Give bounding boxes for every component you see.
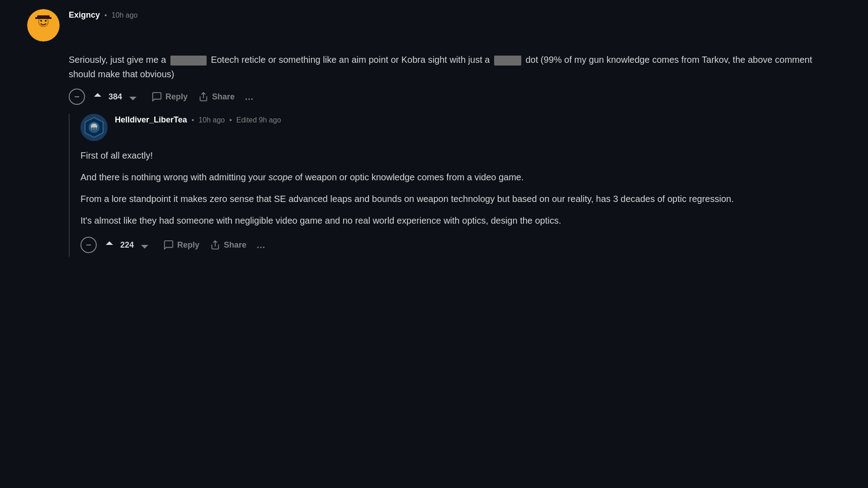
action-bar-2: − 224 [80,237,841,253]
vote-section-1: 384 [90,89,140,104]
comment-thread: Exigncy • 10h ago Seriously, just give m… [0,9,868,257]
comment-2-body: First of all exactly! And there is nothi… [80,148,841,228]
more-button-2[interactable]: … [253,238,269,252]
collapse-icon-1: − [74,92,80,102]
username-helldiver: Helldiver_LiberTea [115,114,187,126]
comment-2-meta: Helldiver_LiberTea • 10h ago • Edited 9h… [115,114,281,130]
comment-2-para-2: And there is nothing wrong with admittin… [80,170,841,184]
more-button-1[interactable]: … [241,90,257,104]
upvote-icon-2 [104,239,115,250]
redacted-block-2 [494,56,521,66]
more-icon-2: … [256,240,265,250]
comment-1-meta: Exigncy • 10h ago [69,9,137,25]
dot-separator-1: • [104,10,107,21]
svg-point-4 [45,20,47,22]
svg-rect-6 [35,17,52,19]
comment-1-body: Seriously, just give me a Eotech reticle… [27,52,818,81]
share-icon-2 [210,240,220,250]
upvote-button-1[interactable] [90,89,105,104]
timestamp-2: 10h ago [198,115,225,126]
share-button-1[interactable]: Share [194,89,239,104]
comment-2-header: Helldiver_LiberTea • 10h ago • Edited 9h… [115,114,281,126]
reply-button-1[interactable]: Reply [147,89,192,104]
username-exigncy: Exigncy [69,9,100,21]
timestamp-1: 10h ago [112,10,138,21]
downvote-icon-1 [127,91,138,102]
downvote-button-1[interactable] [126,89,140,104]
italic-scope: scope [269,172,292,182]
svg-rect-13 [92,127,94,130]
comment-1-header: Exigncy • 10h ago [69,9,137,21]
comment-2-header-row: Helldiver_LiberTea • 10h ago • Edited 9h… [80,114,841,141]
upvote-icon-1 [92,91,103,102]
reply-content-1: Helldiver_LiberTea • 10h ago • Edited 9h… [80,114,841,257]
vote-count-1: 384 [108,91,122,103]
reply-label-1: Reply [165,92,188,102]
svg-rect-12 [91,127,97,130]
comment-2-para-3: From a lore standpoint it makes zero sen… [80,192,841,206]
share-button-2[interactable]: Share [206,237,251,253]
redacted-block-1 [170,56,207,66]
thread-line-1 [69,114,70,257]
collapse-icon-2: − [86,240,91,250]
vote-count-2: 224 [120,239,134,251]
vote-section-2: 224 [102,238,152,252]
action-bar-1: − 384 [27,89,841,105]
reply-icon-1 [152,92,162,102]
comment-1: Exigncy • 10h ago Seriously, just give m… [27,9,841,257]
comment-2-para-4: It's almost like they had someone with n… [80,213,841,228]
collapse-button-2[interactable]: − [80,237,97,253]
edited-label-2: Edited 9h ago [236,115,281,126]
upvote-button-2[interactable] [102,238,117,252]
svg-rect-14 [94,127,96,130]
reply-thread-1: Helldiver_LiberTea • 10h ago • Edited 9h… [69,114,841,257]
helldiver-avatar [80,114,108,141]
share-icon-1 [198,92,208,102]
downvote-button-2[interactable] [137,238,152,252]
reply-icon-2 [164,240,174,250]
downvote-icon-2 [139,239,150,250]
share-label-1: Share [212,92,235,102]
reply-button-2[interactable]: Reply [159,237,204,253]
page-wrapper: Exigncy • 10h ago Seriously, just give m… [0,0,868,488]
dot-separator-3: • [229,115,232,126]
collapse-button-1[interactable]: − [69,89,85,105]
comment-1-header-row: Exigncy • 10h ago [27,9,841,45]
exigncy-avatar-icon [27,9,60,42]
helldiver-avatar-icon [80,114,108,141]
reply-label-2: Reply [177,240,199,250]
more-icon-1: … [245,92,254,102]
dot-separator-2: • [192,115,194,126]
avatar [27,9,60,45]
svg-point-3 [40,20,42,22]
comment-2-para-1: First of all exactly! [80,148,841,163]
comment-1-text: Seriously, just give me a Eotech reticle… [69,52,818,81]
share-label-2: Share [224,240,246,250]
